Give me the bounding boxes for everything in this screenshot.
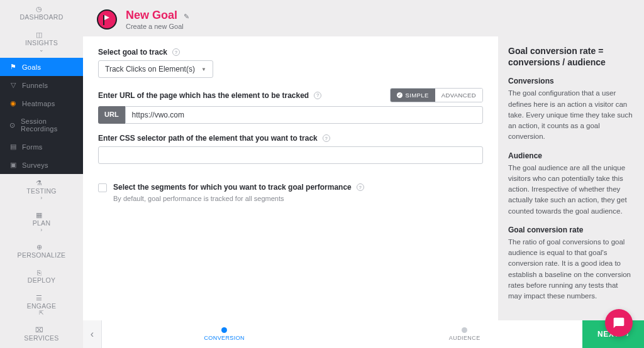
sidebar-label: PERSONALIZE bbox=[18, 251, 66, 259]
step-audience[interactable]: AUDIENCE bbox=[449, 327, 480, 341]
select-goal-value: Track Clicks on Element(s) bbox=[105, 65, 195, 73]
url-mode-toggle: SIMPLE ADVANCED bbox=[390, 88, 483, 102]
sidebar-item-forms[interactable]: ▤ Forms bbox=[0, 138, 83, 156]
engage-icon: ☰ bbox=[35, 294, 44, 302]
sidebar-label: ENGAGE bbox=[27, 302, 57, 310]
info-heading-audience: Audience bbox=[508, 151, 633, 160]
select-goal-dropdown[interactable]: Track Clicks on Element(s) ▼ bbox=[98, 60, 213, 78]
chevron-left-icon: ‹ bbox=[91, 329, 94, 340]
edit-title-icon[interactable]: ✎ bbox=[184, 13, 189, 20]
body-row: Select goal to track ? Track Clicks on E… bbox=[83, 36, 644, 320]
sidebar-item-engage[interactable]: ☰ ENGAGE ⇱ bbox=[0, 289, 83, 321]
css-selector-label: Enter CSS selector path of the element t… bbox=[98, 134, 483, 143]
sidebar-label: INSIGHTS bbox=[25, 39, 58, 46]
sidebar-label: SERVICES bbox=[24, 334, 58, 342]
info-heading-conversions: Conversions bbox=[508, 77, 633, 85]
flask-icon: ⚗ bbox=[35, 179, 44, 187]
chat-icon bbox=[613, 317, 625, 329]
step-dot-icon bbox=[221, 327, 227, 333]
funnel-icon: ▽ bbox=[9, 81, 18, 89]
info-text-audience: The goal audience are all the unique vis… bbox=[508, 163, 633, 217]
target-icon: ⊕ bbox=[35, 243, 44, 251]
sidebar-item-deploy[interactable]: ⎘ DEPLOY bbox=[0, 264, 83, 289]
url-input[interactable] bbox=[125, 106, 483, 124]
goal-logo-icon bbox=[97, 9, 117, 30]
sidebar-label: TESTING bbox=[26, 187, 57, 195]
sidebar-item-personalize[interactable]: ⊕ PERSONALIZE bbox=[0, 238, 83, 264]
chevron-down-icon: ⌄ bbox=[39, 46, 44, 53]
sidebar-item-insights[interactable]: ◫ INSIGHTS ⌄ bbox=[0, 26, 83, 58]
surveys-icon: ▣ bbox=[9, 161, 18, 169]
page-header: New Goal ✎ Create a new Goal bbox=[83, 0, 644, 36]
url-label: Enter URL of the page which has the elem… bbox=[98, 91, 321, 100]
step-indicator: CONVERSION AUDIENCE bbox=[102, 320, 582, 348]
heatmap-icon: ◉ bbox=[9, 99, 18, 107]
segments-title: Select the segments for which you want t… bbox=[113, 183, 364, 192]
sidebar-label: Surveys bbox=[22, 161, 48, 169]
advanced-toggle[interactable]: ADVANCED bbox=[435, 89, 482, 102]
sidebar-label: PLAN bbox=[33, 219, 51, 227]
deploy-icon: ⎘ bbox=[35, 269, 44, 276]
sidebar-label: DASHBOARD bbox=[19, 13, 63, 21]
sidebar-item-heatmaps[interactable]: ◉ Heatmaps bbox=[0, 94, 83, 112]
sidebar: ◷ DASHBOARD ◫ INSIGHTS ⌄ ⚑ Goals ▽ Funne… bbox=[0, 0, 83, 348]
wizard-footer: ‹ CONVERSION AUDIENCE NEXT › bbox=[83, 320, 644, 348]
simple-toggle[interactable]: SIMPLE bbox=[391, 89, 435, 102]
url-prefix-label: URL bbox=[98, 106, 125, 124]
chat-support-button[interactable] bbox=[605, 309, 633, 337]
sidebar-label: Session Recordings bbox=[21, 117, 76, 133]
form-panel: Select goal to track ? Track Clicks on E… bbox=[83, 36, 498, 320]
page-title: New Goal bbox=[126, 9, 177, 21]
info-text-conversions: The goal configuration that a user defin… bbox=[508, 88, 633, 142]
step-dot-icon bbox=[462, 327, 467, 333]
sidebar-label: DEPLOY bbox=[28, 276, 55, 284]
help-icon[interactable]: ? bbox=[357, 183, 364, 191]
sidebar-item-services[interactable]: ⌧ SERVICES bbox=[0, 321, 83, 347]
caret-down-icon: ▼ bbox=[201, 67, 206, 72]
segments-row: Select the segments for which you want t… bbox=[98, 183, 483, 202]
main-area: New Goal ✎ Create a new Goal Select goal… bbox=[83, 0, 644, 348]
help-icon[interactable]: ? bbox=[323, 134, 330, 142]
sidebar-label: Funnels bbox=[22, 82, 48, 89]
gauge-icon: ◷ bbox=[35, 5, 44, 13]
calendar-icon: ▦ bbox=[35, 211, 44, 219]
sidebar-item-surveys[interactable]: ▣ Surveys bbox=[0, 156, 83, 174]
sidebar-item-plan[interactable]: ▦ PLAN › bbox=[0, 206, 83, 238]
chevron-right-icon: › bbox=[40, 227, 42, 233]
info-text-rate: The ratio of goal conversions to goal au… bbox=[508, 237, 633, 302]
external-link-icon: ⇱ bbox=[39, 310, 44, 316]
sidebar-label: Goals bbox=[22, 63, 41, 71]
recording-icon: ⊙ bbox=[9, 121, 16, 129]
sidebar-item-session-recordings[interactable]: ⊙ Session Recordings bbox=[0, 112, 83, 138]
select-goal-label: Select goal to track ? bbox=[98, 48, 483, 57]
step-conversion[interactable]: CONVERSION bbox=[204, 327, 245, 341]
flag-icon: ⚑ bbox=[9, 63, 18, 71]
help-icon[interactable]: ? bbox=[314, 92, 321, 99]
cube-icon: ◫ bbox=[35, 31, 44, 39]
sidebar-item-dashboard[interactable]: ◷ DASHBOARD bbox=[0, 0, 83, 26]
forms-icon: ▤ bbox=[9, 143, 18, 151]
info-panel: Goal conversion rate = conversions / aud… bbox=[498, 36, 644, 320]
page-subtitle: Create a new Goal bbox=[126, 23, 189, 30]
sidebar-label: Heatmaps bbox=[22, 100, 55, 107]
segments-checkbox[interactable] bbox=[98, 183, 107, 192]
chevron-right-icon: › bbox=[40, 195, 42, 201]
back-button[interactable]: ‹ bbox=[83, 320, 102, 348]
sidebar-label: Forms bbox=[22, 143, 43, 151]
info-heading-rate: Goal conversion rate bbox=[508, 226, 633, 234]
sidebar-item-testing[interactable]: ⚗ TESTING › bbox=[0, 174, 83, 206]
segments-subtext: By default, goal performance is tracked … bbox=[113, 195, 364, 202]
info-title: Goal conversion rate = conversions / aud… bbox=[508, 45, 633, 68]
help-icon[interactable]: ? bbox=[172, 48, 180, 56]
sidebar-item-funnels[interactable]: ▽ Funnels bbox=[0, 76, 83, 94]
briefcase-icon: ⌧ bbox=[35, 326, 44, 334]
css-selector-input[interactable] bbox=[98, 146, 483, 164]
sidebar-item-goals[interactable]: ⚑ Goals bbox=[0, 58, 83, 76]
